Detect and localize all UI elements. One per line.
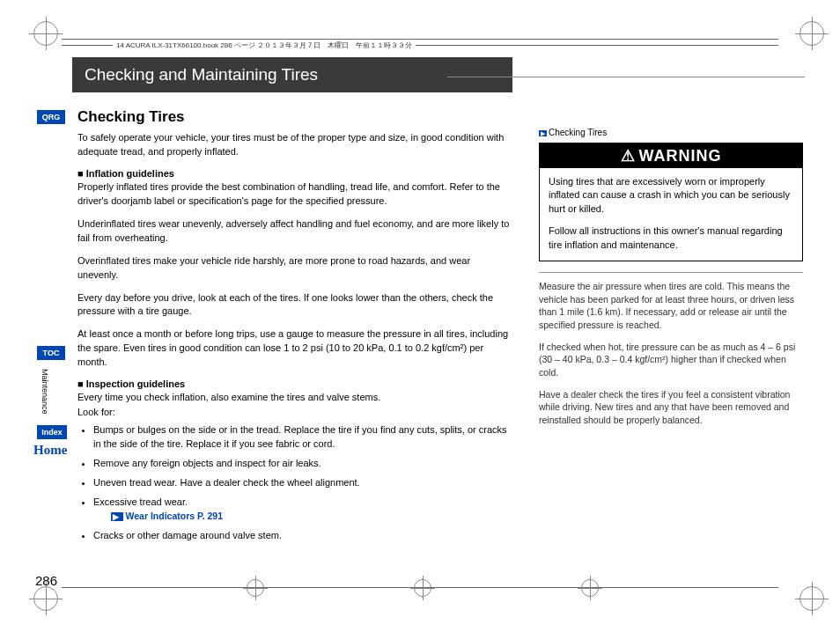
registration-mark-icon [581, 579, 599, 597]
main-content: Checking and Maintaining Tires Checking … [77, 57, 512, 548]
section-title: Checking and Maintaining Tires [72, 57, 512, 92]
intro-paragraph: To safely operate your vehicle, your tir… [77, 131, 512, 159]
sidebar-tabs: QRG TOC Maintenance Index Home [37, 110, 67, 458]
header-metadata: 14 ACURA ILX-31TX66100.book 286 ページ ２０１３… [113, 40, 416, 50]
note-paragraph: Have a dealer check the tires if you fee… [539, 388, 803, 427]
list-item: Remove any foreign objects and inspect f… [93, 457, 512, 471]
list-item-text: Excessive tread wear. [93, 496, 188, 507]
warning-title: WARNING [540, 143, 802, 168]
home-link[interactable]: Home [33, 443, 67, 458]
body-paragraph: Underinflated tires wear unevenly, adver… [77, 217, 512, 246]
sidebar-crossref: Checking Tires [539, 128, 803, 137]
tab-index[interactable]: Index [37, 425, 67, 439]
side-notes: Measure the air pressure when tires are … [539, 272, 803, 427]
warning-text: Using tires that are excessively worn or… [549, 175, 793, 216]
list-item: Bumps or bulges on the side or in the tr… [93, 423, 512, 452]
warning-text: Follow all instructions in this owner's … [549, 224, 793, 252]
footer-rule [62, 587, 778, 588]
page-number: 286 [35, 573, 57, 588]
warning-box: WARNING Using tires that are excessively… [539, 143, 803, 261]
body-paragraph: At least once a month or before long tri… [77, 327, 512, 370]
registration-mark-icon [414, 579, 431, 597]
body-paragraph: Properly inflated tires provide the best… [77, 180, 512, 209]
body-paragraph: Overinflated tires make your vehicle rid… [77, 254, 512, 283]
inspection-list: Bumps or bulges on the side or in the tr… [93, 423, 512, 543]
sidebar-content: Checking Tires WARNING Using tires that … [539, 57, 803, 548]
inflation-heading: Inflation guidelines [77, 168, 512, 179]
body-paragraph: Every time you check inflation, also exa… [77, 391, 512, 405]
note-paragraph: If checked when hot, tire pressure can b… [539, 341, 803, 379]
registration-mark-icon [799, 586, 824, 611]
list-item: Cracks or other damage around valve stem… [93, 529, 512, 543]
cross-reference-link[interactable]: Wear Indicators P. 291 [111, 511, 223, 521]
page-title: Checking Tires [77, 108, 512, 126]
note-paragraph: Measure the air pressure when tires are … [539, 280, 803, 332]
registration-mark-icon [33, 586, 58, 611]
tab-toc[interactable]: TOC [37, 346, 65, 360]
inspection-heading: Inspection guidelines [77, 378, 512, 389]
body-paragraph: Look for: [77, 406, 512, 420]
body-paragraph: Every day before you drive, look at each… [77, 291, 512, 320]
registration-mark-icon [247, 579, 264, 597]
registration-mark-icon [799, 21, 824, 46]
list-item: Excessive tread wear. Wear Indicators P.… [93, 496, 512, 524]
tab-qrg[interactable]: QRG [37, 110, 65, 124]
section-label: Maintenance [41, 364, 49, 425]
registration-mark-icon [33, 21, 58, 46]
list-item: Uneven tread wear. Have a dealer check t… [93, 476, 512, 490]
